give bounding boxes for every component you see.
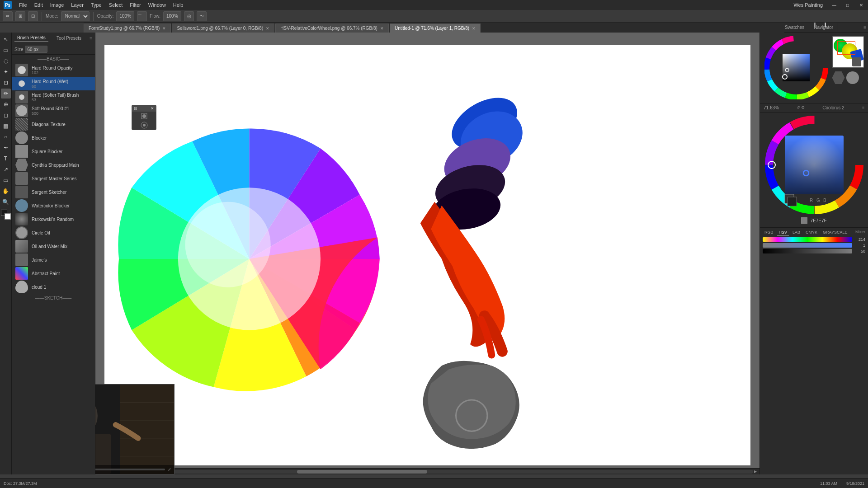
horizontal-scrollbar[interactable]: ◀ ▶	[95, 468, 760, 474]
coolorus-menu[interactable]: ≡	[862, 105, 864, 110]
brush-sargent-sketcher[interactable]: Sargent Sketcher	[12, 185, 95, 199]
canvas-painting[interactable]	[104, 45, 750, 465]
cs-tab-cmyk[interactable]: CMYK	[804, 230, 819, 235]
clone-tool[interactable]: ⊕	[1, 99, 11, 109]
brush-oil-water[interactable]: Oil and Water Mix	[12, 239, 95, 253]
hue-slider-track[interactable]	[763, 237, 852, 242]
tab-2[interactable]: HSV-RelativeColorWheel.png @ 66.7% (RGB/…	[275, 23, 389, 33]
val-slider-track[interactable]	[763, 249, 852, 253]
cs-tab-rgb[interactable]: RGB	[763, 230, 775, 235]
panel-options-icon[interactable]: ≡	[863, 25, 866, 30]
swatch-circle[interactable]	[846, 71, 859, 84]
tool-options-1[interactable]: ⊞	[15, 11, 25, 21]
menu-edit[interactable]: Edit	[34, 2, 43, 8]
brush-popup[interactable]: ⊟ ✕	[132, 105, 156, 130]
brush-square-blocker[interactable]: Square Blocker	[12, 145, 95, 158]
tab-0-close[interactable]: ✕	[162, 26, 166, 31]
popup-item-1[interactable]	[132, 112, 156, 121]
tab-3[interactable]: Untitled-1 @ 71.6% (Layer 1, RGB/8) ✕	[390, 23, 481, 33]
eraser-tool[interactable]: ◻	[1, 110, 11, 120]
brush-soft-round[interactable]: Soft Round 500 #1 500	[12, 104, 95, 117]
menu-type[interactable]: Type	[91, 2, 102, 8]
close-button[interactable]: ✕	[854, 0, 868, 10]
scroll-thumb[interactable]	[297, 470, 427, 474]
video-expand-icon[interactable]: ⤢	[168, 467, 171, 472]
brush-circle-oil[interactable]: Circle Oil	[12, 226, 95, 239]
hand-tool[interactable]: ✋	[1, 186, 11, 196]
dodge-tool[interactable]: ○	[1, 132, 11, 142]
pen-tool[interactable]: ✒	[1, 143, 11, 153]
swatches-tab[interactable]: Swatches	[780, 23, 809, 32]
popup-close[interactable]: ✕	[151, 106, 154, 111]
path-select-tool[interactable]: ↗	[1, 164, 11, 174]
menu-window[interactable]: Window	[148, 2, 166, 8]
wand-tool[interactable]: ✦	[1, 67, 11, 77]
canvas-document[interactable]	[104, 45, 750, 465]
brush-hard-round-wet[interactable]: Hard Round (Wet) 60	[12, 77, 95, 90]
gradient-tool[interactable]: ▦	[1, 121, 11, 131]
brush-thumb-1	[15, 77, 28, 90]
panel-menu-icon[interactable]: ≡	[90, 36, 92, 41]
opacity-value[interactable]: 100%	[116, 11, 134, 21]
sat-slider-track[interactable]	[763, 243, 852, 248]
brush-cynthia[interactable]: Cynthia Sheppard Main	[12, 158, 95, 172]
cs-tab-grayscale[interactable]: GRAYSCALE	[821, 230, 849, 235]
brush-watercolor[interactable]: Watercolor Blocker	[12, 199, 95, 212]
flow-value[interactable]: 100%	[163, 11, 181, 21]
brush-cloud1[interactable]: cloud 1	[12, 280, 95, 294]
tool-options-2[interactable]: ⊡	[28, 11, 38, 21]
scroll-right[interactable]: ▶	[753, 469, 758, 474]
menu-image[interactable]: Image	[50, 2, 64, 8]
brush-blocker[interactable]: Blocker	[12, 131, 95, 145]
minimize-button[interactable]: —	[827, 0, 841, 10]
brush-jaimes[interactable]: Jaime's	[12, 253, 95, 267]
coolorus-settings[interactable]: ⚙	[801, 105, 805, 110]
hex-value[interactable]: 7E7E7F	[810, 218, 826, 223]
brush-abstract-paint[interactable]: Abstract Paint	[12, 267, 95, 280]
hex-color-swatch[interactable]	[801, 217, 807, 224]
large-color-wheel[interactable]: R G B	[764, 115, 864, 215]
tab-1[interactable]: Sellsword1.png @ 66.7% (Layer 0, RGB/8) …	[172, 23, 274, 33]
brush-tool-icon[interactable]: ✏	[3, 11, 13, 21]
cs-tab-lab[interactable]: LAB	[791, 230, 802, 235]
tab-2-close[interactable]: ✕	[380, 26, 384, 31]
tool-presets-tab[interactable]: Tool Presets	[54, 35, 84, 42]
mixer-tab[interactable]: Mixer	[855, 230, 865, 235]
shape-tool[interactable]: ▭	[1, 175, 11, 185]
brush-hard-softer[interactable]: Hard (Softer Tail) Brush 53	[12, 90, 95, 104]
menu-layer[interactable]: Layer	[71, 2, 84, 8]
menu-help[interactable]: Help	[173, 2, 184, 8]
move-tool[interactable]: ↖	[1, 34, 11, 44]
brush-tool[interactable]: ✏	[1, 89, 11, 99]
airbrush-icon[interactable]: ◎	[184, 11, 194, 21]
brush-hard-round-opacity[interactable]: Hard Round Opacity 102	[12, 63, 95, 77]
scroll-track[interactable]	[102, 470, 753, 474]
val-slider-thumb[interactable]	[814, 23, 816, 28]
cs-tab-hsv[interactable]: HSV	[777, 230, 789, 235]
swatch-hex-1[interactable]	[832, 71, 845, 84]
size-input[interactable]	[25, 46, 47, 53]
menu-file[interactable]: File	[19, 2, 27, 8]
brush-sargent-master[interactable]: Sargent Master Series	[12, 172, 95, 185]
lasso-tool[interactable]: ◌	[1, 56, 11, 66]
menu-filter[interactable]: Filter	[130, 2, 141, 8]
tab-1-close[interactable]: ✕	[266, 26, 269, 31]
type-tool[interactable]: T	[1, 154, 11, 164]
tab-0[interactable]: FormStudy1.png @ 66.7% (RGB/8) ✕	[84, 23, 171, 33]
zoom-tool[interactable]: 🔍	[1, 197, 11, 207]
maximize-button[interactable]: □	[841, 0, 854, 10]
crop-tool[interactable]: ⊡	[1, 78, 11, 88]
tab-3-close[interactable]: ✕	[472, 26, 476, 31]
hue-slider-thumb[interactable]	[825, 23, 826, 28]
coolorus-reset[interactable]: ↺	[797, 105, 800, 110]
brush-presets-tab[interactable]: Brush Presets	[14, 34, 48, 42]
brush-diagonal-texture[interactable]: Diagonal Texture	[12, 117, 95, 131]
blend-mode-select[interactable]: Normal	[61, 11, 90, 21]
popup-item-2[interactable]	[132, 121, 156, 130]
menu-select[interactable]: Select	[109, 2, 123, 8]
fg-bg-colors[interactable]	[1, 210, 11, 220]
marquee-tool[interactable]: ▭	[1, 45, 11, 55]
brush-rutkowski[interactable]: Rutkowski's Random	[12, 212, 95, 226]
smoothing-icon[interactable]: ⌒	[137, 11, 147, 21]
smoothing-options[interactable]: 〜	[197, 11, 207, 21]
